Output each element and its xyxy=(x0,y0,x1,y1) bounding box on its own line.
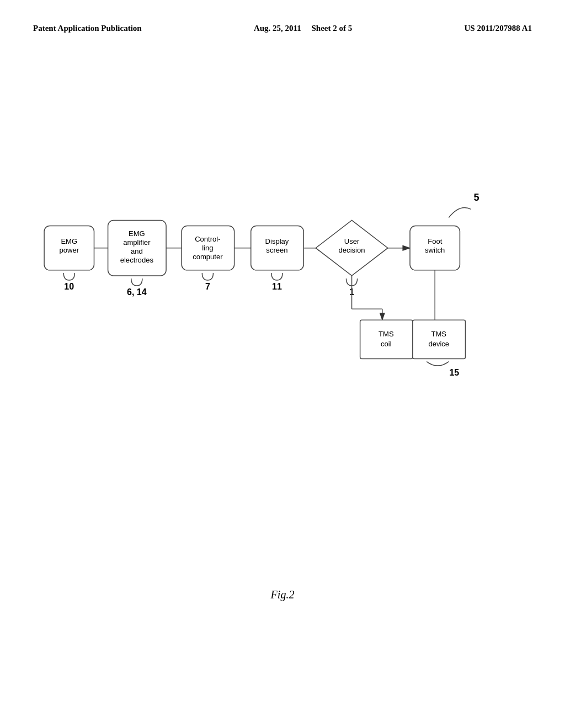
tms-device-bracket xyxy=(427,362,449,366)
emg-amp-bracket xyxy=(131,279,142,286)
footswitch-curve xyxy=(449,208,471,218)
fig-title: Fig.2 xyxy=(271,588,295,601)
header-right: US 2011/207988 A1 xyxy=(464,22,532,35)
emg-power-number: 10 xyxy=(64,281,74,291)
emg-amp-label3: and xyxy=(131,247,143,255)
display-label1: Display xyxy=(265,237,289,245)
emg-amp-label4: electrodes xyxy=(120,256,154,264)
emg-power-label2: power xyxy=(60,246,79,254)
user-decision-label2: decision xyxy=(339,246,365,254)
foot-switch-label2: switch xyxy=(425,246,445,254)
display-number: 11 xyxy=(272,281,282,291)
diagram-area: EMG power 10 EMG amplifier and electrode… xyxy=(33,143,532,430)
ctrl-bracket xyxy=(202,273,213,280)
foot-switch-label1: Foot xyxy=(428,237,442,245)
page-header: Patent Application Publication Aug. 25, … xyxy=(0,0,565,35)
emg-power-bracket xyxy=(63,273,74,280)
tms-device-number: 15 xyxy=(449,367,459,377)
tms-device-box xyxy=(413,320,465,358)
tms-device-label1: TMS xyxy=(431,330,446,338)
tms-coil-label2: coil xyxy=(381,340,392,348)
tms-device-label2: device xyxy=(428,340,449,348)
ctrl-number: 7 xyxy=(205,281,210,291)
patent-number: US 2011/207988 A1 xyxy=(464,24,532,33)
ctrl-label1: Control- xyxy=(195,235,220,243)
patent-publication-label: Patent Application Publication xyxy=(33,24,142,33)
tms-coil-label1: TMS xyxy=(379,330,394,338)
tms-coil-box xyxy=(360,320,413,358)
emg-amp-label1: EMG xyxy=(129,229,145,238)
display-bracket xyxy=(271,273,282,280)
display-label2: screen xyxy=(266,246,287,254)
sheet-info: Sheet 2 of 5 xyxy=(312,24,353,33)
emg-amp-number: 6, 14 xyxy=(127,287,147,297)
figure-label: Fig.2 xyxy=(271,588,295,601)
patent-diagram-svg: EMG power 10 EMG amplifier and electrode… xyxy=(33,143,532,430)
ctrl-label3: computer xyxy=(193,253,223,261)
user-decision-label1: User xyxy=(344,237,360,245)
emg-amp-label2: amplifier xyxy=(123,238,151,247)
header-center: Aug. 25, 2011 Sheet 2 of 5 xyxy=(254,22,352,35)
ctrl-label2: ling xyxy=(202,244,213,252)
emg-power-label: EMG xyxy=(61,237,77,245)
publication-date: Aug. 25, 2011 xyxy=(254,24,301,33)
header-left: Patent Application Publication xyxy=(33,22,142,35)
footswitch-number: 5 xyxy=(474,192,479,203)
